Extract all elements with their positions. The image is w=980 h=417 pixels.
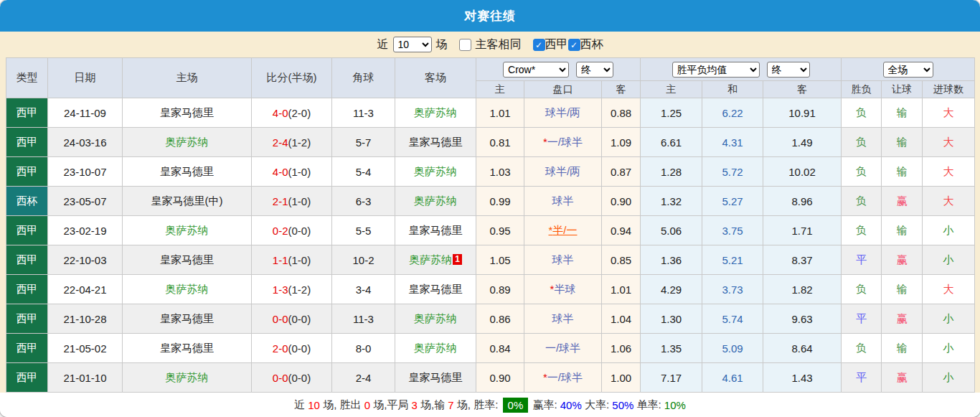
odds-away: 0.87 <box>602 157 641 187</box>
odds-home: 0.81 <box>476 128 524 157</box>
mean-draw: 5.21 <box>702 245 763 275</box>
subheader-mean-away: 客 <box>763 81 842 98</box>
match-date: 24-03-16 <box>48 128 123 157</box>
away-team-name: 皇家马德里 <box>409 283 463 295</box>
corners: 5-4 <box>332 157 395 187</box>
mean-away: 1.49 <box>763 128 842 157</box>
mean-away: 9.63 <box>763 304 842 334</box>
away-team-name: 皇家马德里 <box>409 136 463 148</box>
match-date: 21-05-02 <box>48 334 123 363</box>
scope-select[interactable]: 全场 <box>883 62 933 78</box>
result-wdl: 负 <box>842 157 882 187</box>
mean-home: 7.17 <box>641 363 702 393</box>
result-wdl: 平 <box>842 363 882 393</box>
header-away: 客场 <box>395 58 476 98</box>
match-date: 22-04-21 <box>48 275 123 304</box>
halftime-score: (1-2) <box>288 136 311 149</box>
same-venue-label: 主客相同 <box>476 37 522 52</box>
handicap: 一/球半 <box>524 334 602 363</box>
result-goals: 小 <box>923 334 975 363</box>
odds-away: 1.00 <box>602 363 641 393</box>
away-team: 皇家马德里 <box>395 275 476 304</box>
handicap: *一/球半 <box>524 363 602 393</box>
summary-segment: 10 <box>308 399 320 411</box>
result-goals: 大 <box>923 98 975 128</box>
mean-time-select[interactable]: 终 <box>767 62 810 78</box>
header-date: 日期 <box>48 58 123 98</box>
handicap-text: 一/球半 <box>547 371 583 383</box>
match-row: 西甲 24-03-16 奥萨苏纳 2-4(1-2) 5-7 皇家马德里 0.81… <box>6 128 975 157</box>
halftime-score: (1-2) <box>288 284 311 296</box>
match-date: 23-05-07 <box>48 187 123 216</box>
result-wdl: 负 <box>842 128 882 157</box>
away-team: 奥萨苏纳 <box>395 98 476 128</box>
handicap-text: 一/球半 <box>547 136 583 148</box>
match-row: 西甲 21-10-28 皇家马德里 0-0(0-0) 11-3 奥萨苏纳 0.8… <box>6 304 975 334</box>
subheader-result: 胜负 <box>842 81 882 98</box>
league-filter-checkbox[interactable]: ✓ <box>568 39 580 51</box>
handicap: 球半 <box>524 245 602 275</box>
table-wrap: 类型 日期 主场 比分(半场) 角球 客场 Crow* 终 胜平负均值 <box>0 57 980 393</box>
summary-segment: 大率: <box>582 398 613 412</box>
summary-segment: 40% <box>560 399 582 411</box>
summary-segment: 单率: <box>633 398 664 412</box>
result-goals: 大 <box>923 275 975 304</box>
odds-home: 0.99 <box>476 187 524 216</box>
mean-home: 5.06 <box>641 216 702 245</box>
odds-provider-header: Crow* 终 <box>476 58 641 81</box>
result-wdl: 负 <box>842 187 882 216</box>
league-filter-checkbox[interactable]: ✓ <box>533 39 545 51</box>
same-venue-checkbox[interactable] <box>459 39 471 51</box>
halftime-score: (0-0) <box>288 225 311 237</box>
corners: 3-4 <box>332 275 395 304</box>
home-team: 皇家马德里 <box>123 334 252 363</box>
halftime-score: (1-0) <box>288 254 311 266</box>
subheader-handicap: 盘口 <box>524 81 602 98</box>
handicap-text: 球半 <box>552 312 574 324</box>
home-team: 奥萨苏纳 <box>123 128 252 157</box>
odds-provider-select[interactable]: Crow* <box>503 62 569 78</box>
away-team: 皇家马德里 <box>395 363 476 393</box>
mean-type-select[interactable]: 胜平负均值 <box>672 62 760 78</box>
league-type-cell: 西甲 <box>6 157 48 187</box>
subheader-goals: 进球数 <box>923 81 975 98</box>
header-home: 主场 <box>123 58 252 98</box>
result-handicap: 赢 <box>882 245 923 275</box>
away-team-name: 皇家马德里 <box>409 224 463 236</box>
odds-time-select[interactable]: 终 <box>576 62 613 78</box>
result-handicap: 输 <box>882 275 923 304</box>
mean-away: 8.37 <box>763 245 842 275</box>
fulltime-score: 4-0 <box>273 166 288 178</box>
score-cell: 0-0(0-0) <box>252 363 332 393</box>
corners: 5-5 <box>332 216 395 245</box>
home-team: 奥萨苏纳 <box>123 363 252 393</box>
away-team-name: 皇家马德里 <box>409 371 463 383</box>
match-row: 西甲 21-01-10 奥萨苏纳 0-0(0-0) 2-4 皇家马德里 0.90… <box>6 363 975 393</box>
result-wdl: 平 <box>842 304 882 334</box>
league-type-cell: 西甲 <box>6 245 48 275</box>
match-count-select[interactable]: 10 <box>393 37 432 52</box>
result-wdl: 负 <box>842 334 882 363</box>
away-team-name: 奥萨苏纳 <box>414 106 457 118</box>
corners: 2-4 <box>332 363 395 393</box>
league-type-cell: 西甲 <box>6 216 48 245</box>
result-handicap: 输 <box>882 334 923 363</box>
fulltime-score: 4-0 <box>273 107 288 119</box>
summary-segment: 场,平局 <box>370 398 412 412</box>
panel-title: 对赛往绩 <box>0 0 980 32</box>
away-team-name: 奥萨苏纳 <box>409 253 452 266</box>
halftime-score: (0-0) <box>288 313 311 325</box>
mean-away: 1.43 <box>763 363 842 393</box>
handicap: 球半/两 <box>524 98 602 128</box>
mean-home: 4.29 <box>641 275 702 304</box>
halftime-score: (0-0) <box>288 372 311 384</box>
scope-header: 全场 <box>842 58 975 81</box>
header-corners: 角球 <box>332 58 395 98</box>
result-goals: 小 <box>923 304 975 334</box>
score-cell: 2-1(1-0) <box>252 187 332 216</box>
odds-home: 0.89 <box>476 275 524 304</box>
subheader-handicap-result: 让球 <box>882 81 923 98</box>
match-row: 西甲 23-02-19 奥萨苏纳 0-2(0-0) 5-5 皇家马德里 0.95… <box>6 216 975 245</box>
halftime-score: (0-0) <box>288 342 311 355</box>
result-wdl: 负 <box>842 98 882 128</box>
